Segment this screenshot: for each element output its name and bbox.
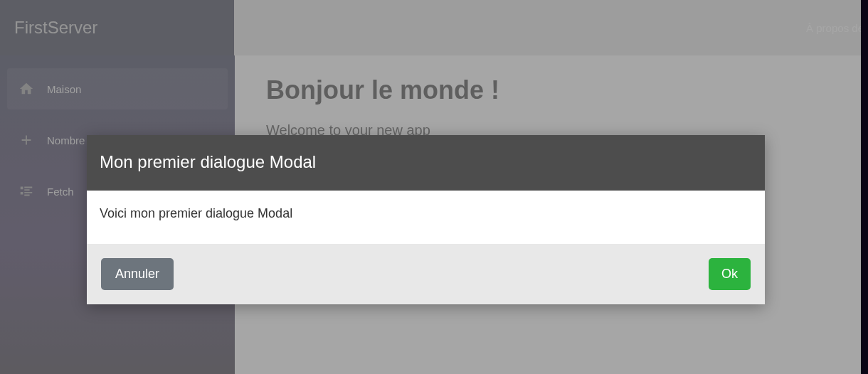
modal-title: Mon premier dialogue Modal bbox=[87, 135, 765, 191]
ok-button[interactable]: Ok bbox=[709, 258, 751, 290]
modal-footer: Annuler Ok bbox=[87, 244, 765, 304]
modal-body: Voici mon premier dialogue Modal bbox=[87, 191, 765, 244]
right-border bbox=[861, 0, 868, 374]
cancel-button[interactable]: Annuler bbox=[101, 258, 174, 290]
modal-dialog: Mon premier dialogue Modal Voici mon pre… bbox=[87, 135, 765, 304]
